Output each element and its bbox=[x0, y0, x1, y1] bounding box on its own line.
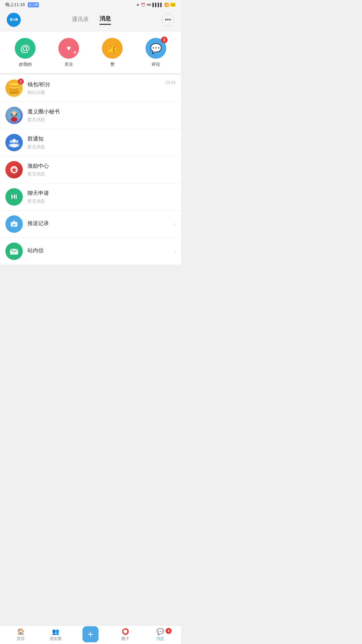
signal-icon: ▌▌▌▌ bbox=[153, 3, 163, 7]
msg-reward[interactable]: 激励中心 暂无消息 bbox=[0, 156, 181, 183]
group-content: 群通知 暂无消息 bbox=[27, 136, 176, 150]
nav-messages[interactable]: 消息 bbox=[100, 15, 111, 25]
chat-subtitle: 暂无消息 bbox=[27, 198, 176, 204]
status-bar: 晚上11:16 蓝义圈 ➤ ⏰ HD ▌▌▌▌ 📶 11 bbox=[0, 0, 181, 9]
nav-contacts[interactable]: 通讯录 bbox=[72, 15, 89, 24]
notif-follow-wrap: ♥+ bbox=[58, 38, 79, 59]
svg-rect-22 bbox=[12, 225, 15, 226]
notif-follow-icon: ♥+ bbox=[58, 38, 79, 59]
location-icon: ➤ bbox=[136, 3, 139, 7]
notif-at-label: @我的 bbox=[18, 61, 32, 67]
hd-icon: HD bbox=[147, 3, 151, 6]
notif-at[interactable]: @ @我的 bbox=[15, 38, 36, 67]
chat-content: 聊天申请 暂无消息 bbox=[27, 190, 176, 204]
reward-icon bbox=[8, 164, 20, 175]
status-badge: 蓝义圈 bbox=[28, 2, 39, 7]
mail-content: 站内信 bbox=[27, 247, 176, 256]
push-content: 推送记录 bbox=[27, 220, 176, 228]
notif-like[interactable]: 👍 赞 bbox=[102, 38, 123, 67]
notif-comment-badge: 3 bbox=[161, 37, 168, 43]
chat-title: 聊天申请 bbox=[27, 190, 176, 197]
group-title: 群通知 bbox=[27, 136, 176, 143]
chat-icon-button[interactable]: ••• bbox=[162, 13, 174, 26]
notif-like-icon: 👍 bbox=[102, 38, 123, 59]
msg-wallet[interactable]: 1 钱包/积分 积分日报 23:15 bbox=[0, 75, 181, 102]
notif-comment[interactable]: 💬 3 评论 bbox=[145, 38, 166, 67]
svg-point-16 bbox=[15, 144, 19, 147]
msg-group[interactable]: 群通知 暂无消息 bbox=[0, 129, 181, 156]
secretary-content: 遵义圈小秘书 暂无消息 bbox=[27, 108, 176, 123]
mail-title: 站内信 bbox=[27, 247, 176, 254]
svg-rect-21 bbox=[12, 224, 16, 225]
status-icons: ➤ ⏰ HD ▌▌▌▌ 📶 11 bbox=[136, 3, 176, 7]
header: 遵义圈 通讯录 消息 ••• bbox=[0, 9, 181, 31]
reward-avatar bbox=[5, 161, 23, 178]
notif-comment-wrap: 💬 3 bbox=[145, 38, 166, 59]
mail-icon bbox=[9, 246, 19, 257]
push-title: 推送记录 bbox=[27, 220, 176, 227]
wallet-badge: 1 bbox=[18, 78, 24, 85]
header-nav: 通讯录 消息 bbox=[72, 15, 111, 25]
group-avatar bbox=[5, 134, 23, 151]
reward-content: 激励中心 暂无消息 bbox=[27, 163, 176, 177]
svg-point-15 bbox=[16, 140, 18, 143]
notification-row: @ @我的 ♥+ 关注 👍 赞 💬 3 评论 bbox=[0, 31, 181, 75]
group-subtitle: 暂无消息 bbox=[27, 144, 176, 150]
msg-mail[interactable]: 站内信 › bbox=[0, 238, 181, 265]
message-list: 1 钱包/积分 积分日报 23:15 bbox=[0, 75, 181, 265]
app-logo[interactable]: 遵义圈 bbox=[7, 13, 21, 27]
alarm-icon: ⏰ bbox=[141, 3, 145, 7]
secretary-avatar bbox=[5, 107, 23, 124]
msg-secretary[interactable]: 遵义圈小秘书 暂无消息 bbox=[0, 102, 181, 129]
notif-comment-label: 评论 bbox=[152, 61, 160, 67]
wallet-coins-icon bbox=[8, 83, 20, 94]
notif-at-wrap: @ bbox=[15, 38, 36, 59]
secretary-icon bbox=[7, 109, 21, 122]
status-time: 晚上11:16 bbox=[5, 2, 25, 8]
mail-chevron: › bbox=[174, 248, 176, 254]
notif-follow[interactable]: ♥+ 关注 bbox=[58, 38, 79, 67]
svg-point-13 bbox=[10, 140, 12, 143]
wallet-content: 钱包/积分 积分日报 bbox=[27, 81, 176, 96]
svg-point-14 bbox=[9, 144, 13, 147]
notif-follow-label: 关注 bbox=[64, 61, 73, 67]
group-icon bbox=[8, 137, 20, 148]
svg-point-8 bbox=[11, 117, 17, 122]
reward-subtitle: 暂无消息 bbox=[27, 171, 176, 177]
secretary-subtitle: 暂无消息 bbox=[27, 117, 176, 123]
reward-title: 激励中心 bbox=[27, 163, 176, 170]
push-chevron: › bbox=[174, 221, 176, 227]
wallet-subtitle: 积分日报 bbox=[27, 90, 176, 96]
wifi-icon: 📶 bbox=[164, 3, 169, 7]
push-avatar bbox=[5, 215, 23, 233]
mail-avatar bbox=[5, 243, 23, 260]
wallet-title: 钱包/积分 bbox=[27, 81, 176, 88]
chat-request-avatar: HI bbox=[5, 188, 23, 206]
svg-marker-20 bbox=[13, 220, 15, 222]
msg-push[interactable]: 推送记录 › bbox=[0, 211, 181, 238]
notif-like-wrap: 👍 bbox=[102, 38, 123, 59]
svg-point-11 bbox=[12, 139, 16, 143]
wallet-time: 23:15 bbox=[166, 80, 176, 85]
push-icon bbox=[9, 219, 19, 229]
msg-chat[interactable]: HI 聊天申请 暂无消息 bbox=[0, 183, 181, 211]
svg-point-10 bbox=[16, 114, 17, 115]
secretary-title: 遵义圈小秘书 bbox=[27, 108, 176, 115]
battery-icon: 11 bbox=[170, 3, 176, 7]
svg-point-7 bbox=[12, 111, 16, 116]
dots-icon: ••• bbox=[165, 16, 171, 23]
notif-at-icon: @ bbox=[15, 38, 36, 59]
notif-like-label: 赞 bbox=[110, 61, 115, 67]
wallet-avatar: 1 bbox=[5, 79, 23, 97]
